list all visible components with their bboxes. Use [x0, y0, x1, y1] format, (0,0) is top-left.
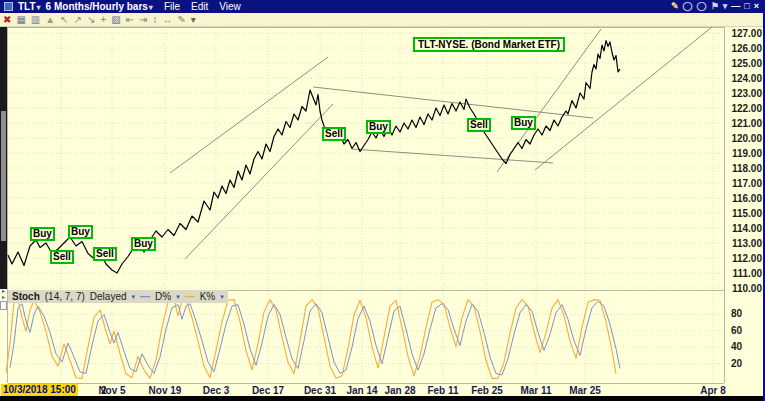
- charting-app-window: TLT▾ 6 Months/Hourly bars▾ File Edit Vie…: [0, 0, 765, 401]
- k-percent-swatch: —: [185, 291, 195, 302]
- stoch-axis-label: 40: [731, 341, 755, 352]
- app-icon: [4, 2, 13, 11]
- close-icon[interactable]: ×: [754, 2, 759, 11]
- panel-resize-handle[interactable]: [0, 301, 7, 310]
- stoch-header[interactable]: Stoch (14, 7, 7) Delayed ▾ — D% ▾ — K% ▾: [8, 290, 228, 303]
- minimize-icon[interactable]: —: [731, 2, 740, 11]
- symbol-annotation-box: TLT-NYSE. (Bond Market ETF): [413, 37, 565, 52]
- date-axis-label: Feb 25: [462, 385, 512, 396]
- signal-sell-box: Sell: [467, 118, 491, 132]
- period-dropdown-icon[interactable]: ▾: [149, 3, 153, 12]
- vertical-scrollbar[interactable]: [0, 27, 7, 289]
- d-percent-dropdown-icon[interactable]: ▾: [176, 293, 180, 301]
- symbol-label: TLT: [18, 1, 36, 12]
- close-chart-icon[interactable]: ✖: [3, 14, 11, 26]
- price-axis-label: 127.00: [726, 28, 762, 39]
- price-axis-label: 111.00: [726, 268, 762, 279]
- crosshair-icon[interactable]: +: [100, 14, 106, 26]
- price-axis-label: 119.00: [726, 148, 762, 159]
- stoch-params: (14, 7, 7): [45, 291, 85, 302]
- price-axis-label: 110.00: [726, 283, 762, 294]
- price-axis-label: 125.00: [726, 58, 762, 69]
- price-axis-label: 116.00: [726, 193, 762, 204]
- pointer-ne-icon[interactable]: ↗: [74, 14, 82, 26]
- flag-icon[interactable]: ⚑: [711, 2, 719, 11]
- stoch-axis-label: 60: [731, 325, 755, 336]
- pointer-se-icon[interactable]: ↘: [87, 14, 95, 26]
- pencil-icon[interactable]: ✎: [671, 2, 679, 11]
- price-axis-label: 118.00: [726, 163, 762, 174]
- date-axis-label: Dec 3: [191, 385, 241, 396]
- panel-arrow-icons[interactable]: ▸▸: [0, 288, 7, 300]
- cursor-timestamp: 10/3/2018 15:00: [1, 384, 78, 396]
- menu-edit[interactable]: Edit: [191, 1, 208, 12]
- price-axis-label: 112.00: [726, 253, 762, 264]
- draw-tools-icon[interactable]: ✎: [177, 14, 185, 26]
- signal-sell-box: Sell: [93, 247, 117, 261]
- d-percent-label: D%: [155, 291, 171, 302]
- signal-sell-box: Sell: [322, 127, 346, 141]
- price-axis-label: 117.00: [726, 178, 762, 189]
- vertical-scale-icon[interactable]: ↕: [152, 14, 157, 26]
- price-axis-label: 123.00: [726, 88, 762, 99]
- k-percent-dropdown-icon[interactable]: ▾: [220, 293, 224, 301]
- signal-buy-box: Buy: [511, 116, 536, 130]
- goto-start-icon[interactable]: ⇤: [126, 14, 134, 26]
- symbol-dropdown-icon[interactable]: ▾: [37, 3, 41, 12]
- date-axis-label: Nov 5: [87, 385, 137, 396]
- date-axis-label: Apr 8: [688, 385, 738, 396]
- scrollbar-thumb[interactable]: [1, 111, 6, 241]
- d-percent-swatch: —: [140, 291, 150, 302]
- title-bar: TLT▾ 6 Months/Hourly bars▾ File Edit Vie…: [0, 0, 763, 13]
- period-label: 6 Months/Hourly bars: [46, 1, 148, 12]
- signal-buy-box: Buy: [131, 237, 156, 251]
- stoch-axis-label: 80: [731, 308, 755, 319]
- maximize-icon[interactable]: □: [744, 2, 749, 11]
- chart-style-icon[interactable]: ▦: [16, 14, 25, 26]
- mountain-chart-icon[interactable]: ▲: [45, 14, 55, 26]
- flag-dropdown-icon[interactable]: ▾: [723, 2, 728, 11]
- menu-view[interactable]: View: [219, 1, 241, 12]
- stoch-mode: Delayed: [90, 291, 127, 302]
- price-axis-label: 121.00: [726, 118, 762, 129]
- date-axis-label: Mar 11: [511, 385, 561, 396]
- period-selector[interactable]: 6 Months/Hourly bars▾: [46, 1, 153, 12]
- goto-end-icon[interactable]: ⇥: [139, 14, 147, 26]
- link-right-icon[interactable]: ◯: [697, 2, 707, 11]
- window-controls: ✎◯◯⚑▾—□×: [671, 2, 759, 11]
- stoch-mode-dropdown-icon[interactable]: ▾: [132, 293, 136, 301]
- link-left-icon[interactable]: ◯: [683, 2, 693, 11]
- bar-chart-icon[interactable]: ▥: [31, 14, 40, 26]
- pointer-nw-icon[interactable]: ↖: [60, 14, 68, 26]
- chart-toolbar: ✖▦▥▲↖↗↘+▧⇤⇥↕↔✎▾: [0, 13, 763, 27]
- annotate-icon[interactable]: ▧: [111, 14, 120, 26]
- date-axis-label: Feb 11: [418, 385, 468, 396]
- partial-date-text: 2: [101, 385, 107, 396]
- price-axis-label: 115.00: [726, 208, 762, 219]
- signal-buy-box: Buy: [30, 227, 55, 241]
- more-tools-icon[interactable]: ▾: [191, 14, 196, 26]
- chart-canvas[interactable]: [0, 0, 765, 401]
- signal-buy-box: Buy: [68, 225, 93, 239]
- k-percent-label: K%: [200, 291, 216, 302]
- price-axis-label: 120.00: [726, 133, 762, 144]
- date-axis-label: Dec 17: [243, 385, 293, 396]
- date-axis-label: Mar 25: [560, 385, 610, 396]
- signal-sell-box: Sell: [50, 250, 74, 264]
- price-axis-label: 124.00: [726, 73, 762, 84]
- bottom-border-bar: [0, 396, 763, 401]
- symbol-selector[interactable]: TLT▾: [18, 1, 41, 12]
- stoch-name: Stoch: [12, 291, 40, 302]
- price-axis-label: 122.00: [726, 103, 762, 114]
- stoch-axis-label: 20: [731, 358, 755, 369]
- date-axis-label: Nov 19: [140, 385, 190, 396]
- price-axis-label: 114.00: [726, 223, 762, 234]
- price-axis-label: 113.00: [726, 238, 762, 249]
- price-axis-label: 126.00: [726, 43, 762, 54]
- horizontal-scale-icon[interactable]: ↔: [162, 14, 172, 26]
- signal-buy-box: Buy: [366, 120, 391, 134]
- menu-file[interactable]: File: [164, 1, 180, 12]
